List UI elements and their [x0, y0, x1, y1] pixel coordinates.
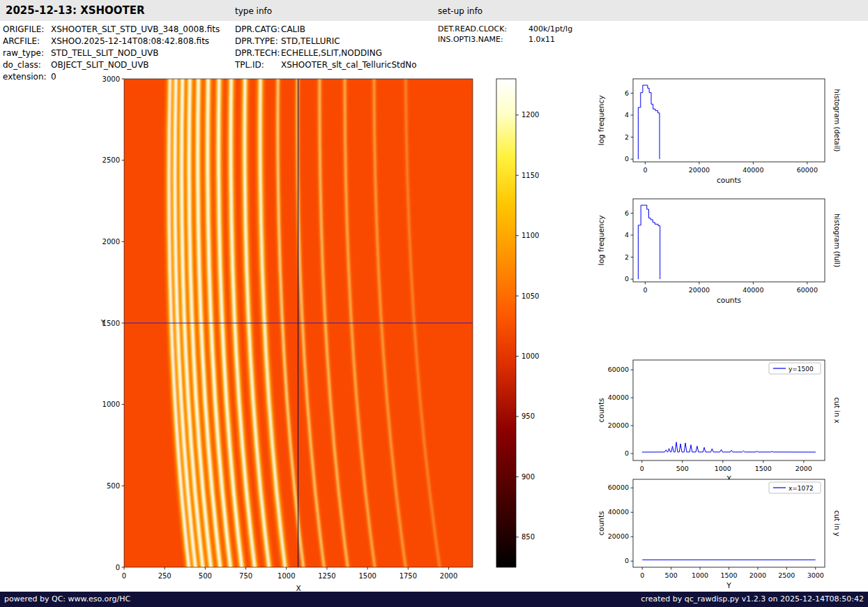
svg-text:Y: Y [726, 581, 731, 590]
svg-text:1250: 1250 [318, 572, 335, 580]
svg-text:y=1500: y=1500 [789, 366, 814, 373]
svg-text:250: 250 [158, 572, 172, 580]
footer-created-by: created by qc_rawdisp.py v1.2.3 on 2025-… [641, 592, 864, 607]
meta-label: INS.OPTI3.NAME: [438, 34, 528, 45]
svg-text:0: 0 [625, 155, 629, 163]
svg-text:1000: 1000 [277, 572, 295, 580]
svg-text:0: 0 [643, 286, 647, 294]
meta-label: ORIGFILE: [3, 24, 51, 36]
svg-text:6: 6 [625, 89, 629, 97]
svg-text:20000: 20000 [608, 532, 629, 540]
svg-text:counts: counts [597, 398, 605, 422]
header-bar: 2025-12-13: XSHOOTER type info set-up in… [0, 0, 868, 21]
meta-value: XSHOO.2025-12-14T08:08:42.808.fits [51, 36, 209, 47]
svg-text:2000: 2000 [749, 571, 766, 579]
page-title: 2025-12-13: XSHOOTER [6, 4, 145, 17]
svg-text:1050: 1050 [521, 292, 539, 300]
meta-row-tpl-id: TPL.ID: XSHOOTER_slt_cal_TelluricStdNo [235, 59, 417, 71]
meta-row-dpr-catg: DPR.CATG: CALIB [235, 24, 417, 36]
svg-text:900: 900 [521, 473, 535, 481]
meta-label: raw_type: [3, 47, 51, 59]
svg-text:950: 950 [521, 412, 535, 420]
setup-info-block: DET.READ.CLOCK: 400k/1pt/lg INS.OPTI3.NA… [438, 24, 572, 45]
meta-value: 400k/1pt/lg [528, 24, 572, 34]
meta-label: DET.READ.CLOCK: [438, 24, 528, 34]
svg-text:60000: 60000 [608, 484, 629, 491]
meta-row-dpr-type: DPR.TYPE: STD,TELLURIC [235, 36, 417, 47]
meta-value: XSHOOTER_SLT_STD_UVB_348_0008.fits [51, 24, 220, 36]
svg-text:counts: counts [597, 511, 605, 535]
svg-text:histogram (detail): histogram (detail) [833, 89, 841, 152]
histogram-full-chart: 02000040000600000246countslog frequencyh… [594, 193, 868, 315]
svg-text:1750: 1750 [399, 572, 417, 580]
meta-label: DPR.CATG: [235, 24, 281, 36]
svg-text:4: 4 [625, 231, 629, 239]
svg-text:log frequency: log frequency [597, 215, 605, 265]
svg-text:1000: 1000 [521, 352, 539, 360]
svg-text:1000: 1000 [715, 465, 731, 472]
svg-text:500: 500 [199, 572, 212, 580]
meta-row-raw-type: raw_type: STD_TELL_SLIT_NOD_UVB [3, 47, 220, 59]
footer-bar: powered by QC: www.eso.org/HC created by… [0, 592, 868, 607]
meta-label: extension: [3, 71, 51, 83]
svg-text:3000: 3000 [102, 75, 120, 83]
svg-text:0: 0 [116, 564, 120, 571]
svg-text:2500: 2500 [102, 156, 120, 164]
colorbar: 12001150110010501000950900850 [495, 73, 565, 576]
svg-text:2000: 2000 [440, 572, 457, 580]
svg-text:1200: 1200 [521, 111, 539, 119]
meta-label: ARCFILE: [3, 36, 51, 47]
meta-value: CALIB [281, 24, 305, 36]
svg-text:0: 0 [640, 465, 644, 472]
svg-text:40000: 40000 [743, 286, 763, 294]
svg-text:1100: 1100 [521, 232, 539, 239]
meta-row-do-class: do_class: OBJECT_SLIT_NOD_UVB [3, 59, 220, 71]
svg-text:750: 750 [239, 572, 252, 580]
cut-in-y-chart: 0500100015002000250030000200004000060000… [594, 474, 868, 592]
meta-label: DPR.TECH: [235, 47, 281, 59]
raw-frame-image-plot: 0250500750100012501500175020000500100015… [91, 73, 492, 593]
meta-value: ECHELLE,SLIT,NODDING [281, 47, 382, 59]
svg-text:2: 2 [625, 253, 629, 261]
svg-text:40000: 40000 [608, 508, 629, 516]
svg-text:40000: 40000 [743, 166, 763, 174]
svg-text:0: 0 [643, 166, 647, 174]
svg-text:3000: 3000 [807, 571, 824, 579]
svg-text:0: 0 [625, 275, 629, 283]
svg-text:2000: 2000 [795, 465, 812, 472]
footer-powered-by: powered by QC: www.eso.org/HC [4, 592, 130, 607]
type-info-heading: type info [235, 6, 272, 16]
meta-row-origfile: ORIGFILE: XSHOOTER_SLT_STD_UVB_348_0008.… [3, 24, 220, 36]
svg-text:1500: 1500 [720, 571, 737, 579]
svg-text:2500: 2500 [778, 571, 795, 579]
meta-row-read-clock: DET.READ.CLOCK: 400k/1pt/lg [438, 24, 572, 34]
svg-text:2: 2 [625, 133, 629, 141]
svg-text:log frequency: log frequency [597, 95, 605, 145]
svg-text:0: 0 [640, 571, 644, 579]
svg-text:1500: 1500 [358, 572, 376, 580]
svg-text:counts: counts [717, 176, 741, 184]
svg-text:2000: 2000 [102, 238, 120, 246]
meta-value: STD_TELL_SLIT_NOD_UVB [51, 47, 159, 59]
svg-text:counts: counts [717, 296, 741, 304]
svg-text:1000: 1000 [102, 400, 120, 408]
type-info-block: DPR.CATG: CALIB DPR.TYPE: STD,TELLURIC D… [235, 24, 417, 71]
meta-value: OBJECT_SLIT_NOD_UVB [51, 59, 149, 71]
svg-text:1000: 1000 [692, 571, 708, 579]
svg-text:500: 500 [107, 482, 120, 490]
meta-row-dpr-tech: DPR.TECH: ECHELLE,SLIT,NODDING [235, 47, 417, 59]
svg-text:1500: 1500 [755, 465, 772, 472]
meta-row-opti3-name: INS.OPTI3.NAME: 1.0x11 [438, 34, 572, 45]
svg-text:6: 6 [625, 209, 629, 217]
meta-value: 1.0x11 [528, 34, 555, 45]
svg-text:60000: 60000 [608, 366, 629, 373]
meta-value: XSHOOTER_slt_cal_TelluricStdNo [281, 59, 417, 71]
svg-text:cut in y: cut in y [833, 510, 841, 536]
qc-rawdisp-report: 2025-12-13: XSHOOTER type info set-up in… [0, 0, 868, 607]
svg-text:20000: 20000 [608, 421, 629, 429]
svg-text:0: 0 [122, 572, 126, 580]
svg-text:cut in x: cut in x [833, 397, 841, 423]
svg-text:850: 850 [521, 533, 535, 541]
svg-text:0: 0 [625, 449, 629, 457]
svg-text:60000: 60000 [797, 286, 818, 294]
